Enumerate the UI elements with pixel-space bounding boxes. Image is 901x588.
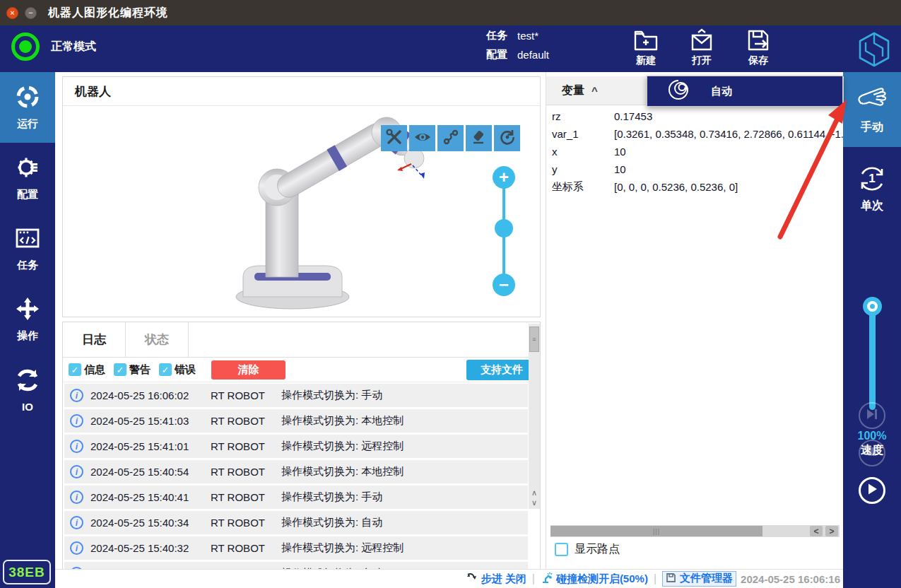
variable-row[interactable]: x 10 xyxy=(546,143,844,160)
scroll-down-icon[interactable]: ∨ xyxy=(529,498,540,507)
status-badge: 38EB xyxy=(3,560,51,584)
variables-title: 变量 xyxy=(562,83,584,98)
log-timestamp: 2024-05-25 15:40:41 xyxy=(90,491,211,503)
visibility-button[interactable] xyxy=(409,125,435,151)
save-button[interactable]: 保存 xyxy=(736,28,781,67)
checkbox-checked-icon: ✓ xyxy=(114,363,126,376)
scroll-right-icon[interactable]: > xyxy=(825,526,838,536)
clear-log-button[interactable]: 清除 xyxy=(211,360,285,380)
move-arrows-icon xyxy=(15,296,40,324)
left-sidebar: 运行 配置 任务 操作 IO 38EB xyxy=(0,72,55,588)
file-manager-button[interactable]: 文件管理器 xyxy=(662,571,736,587)
log-filter-checkbox[interactable]: ✓ 警告 xyxy=(114,363,151,377)
log-filter-checkbox[interactable]: ✓ 信息 xyxy=(69,363,105,377)
sidebar-item-operate[interactable]: 操作 xyxy=(0,284,55,355)
status-bar: 步进 关闭 | 碰撞检测开启(50%) | 文件管理器 2024-05-25 1… xyxy=(55,569,843,588)
variable-row[interactable]: var_1 [0.3261, 0.35348, 0.73416, 2.72866… xyxy=(546,125,844,143)
zoom-out-button[interactable]: − xyxy=(493,274,515,296)
sidebar-item-task[interactable]: 任务 xyxy=(0,213,55,284)
mode-label: 正常模式 xyxy=(51,40,96,54)
info-icon: i xyxy=(70,414,83,428)
step-mode-toggle[interactable]: 步进 关闭 xyxy=(466,572,526,586)
speed-slider-track[interactable] xyxy=(869,304,876,410)
run-icon xyxy=(15,84,40,112)
robot-3d-view[interactable]: + − xyxy=(63,106,540,317)
zoom-in-button[interactable]: + xyxy=(493,166,515,189)
status-timestamp: 2024-05-25 16:06:16 xyxy=(741,573,840,585)
zoom-slider-knob[interactable] xyxy=(495,219,513,237)
log-row[interactable]: i 2024-05-25 15:40:41 RT ROBOT 操作模式切换为: … xyxy=(64,486,528,509)
stop-button[interactable] xyxy=(859,440,885,466)
log-row[interactable]: i 2024-05-25 15:41:01 RT ROBOT 操作模式切换为: … xyxy=(64,435,528,458)
new-file-icon xyxy=(623,28,669,52)
open-button[interactable]: 打开 xyxy=(679,28,724,67)
mode-status-icon xyxy=(11,33,40,61)
scroll-left-icon[interactable]: < xyxy=(810,526,823,536)
variable-value: 0.17453 xyxy=(614,110,844,122)
sidebar-item-io[interactable]: IO xyxy=(0,355,55,425)
header-bar: 正常模式 任务 test* 配置 default 新建 打开 保存 xyxy=(0,25,901,72)
play-button[interactable] xyxy=(859,477,885,504)
log-filters: ✓ 信息 ✓ 警告 ✓ 错误 xyxy=(69,363,204,377)
close-icon[interactable]: × xyxy=(6,7,18,19)
variable-name: var_1 xyxy=(546,128,614,140)
sidebar-item-run[interactable]: 运行 xyxy=(0,72,55,143)
erase-button[interactable] xyxy=(466,125,492,151)
path-icon xyxy=(442,129,459,148)
log-message: 操作模式切换为: 自动 xyxy=(281,516,528,529)
collision-detect-toggle[interactable]: 碰撞检测开启(50%) xyxy=(541,572,648,586)
variable-row[interactable]: rz 0.17453 xyxy=(546,107,844,125)
robot-panel: 机器人 xyxy=(62,76,541,317)
info-icon: i xyxy=(70,465,83,478)
log-row[interactable]: i 2024-05-25 15:40:34 RT ROBOT 操作模式切换为: … xyxy=(64,511,528,534)
log-row[interactable]: i 2024-05-25 15:40:32 RT ROBOT 操作模式切换为: … xyxy=(64,536,528,560)
zoom-control: + − xyxy=(493,166,515,293)
log-source: RT ROBOT xyxy=(211,440,281,452)
single-cycle-button[interactable]: 1 单次 xyxy=(843,158,901,218)
log-timestamp: 2024-05-25 15:41:01 xyxy=(90,440,211,452)
manual-mode-button[interactable]: 手动 xyxy=(843,72,901,147)
right-sidebar: 手动 1 单次 100% 速度 xyxy=(843,72,901,588)
step-arrow-icon xyxy=(466,572,478,585)
variable-row[interactable]: y 10 xyxy=(546,160,844,178)
log-row[interactable]: i 2024-05-25 15:40:30 RT ROBOT 操作模式切换为: … xyxy=(64,562,528,569)
step-forward-button[interactable] xyxy=(859,402,885,429)
save-icon xyxy=(736,28,781,52)
log-source: RT ROBOT xyxy=(211,466,281,478)
variables-panel: 变量 ^ rz 0.17453 var_1 [0.3261, 0.35348, … xyxy=(546,72,843,569)
tab-log[interactable]: 日志 xyxy=(63,322,126,357)
tools-button[interactable] xyxy=(381,125,407,151)
reset-view-button[interactable] xyxy=(494,125,520,151)
variable-row[interactable]: 坐标系 [0, 0, 0, 0.5236, 0.5236, 0] xyxy=(546,178,844,196)
log-timestamp: 2024-05-25 16:06:02 xyxy=(90,389,211,401)
show-waypoints-checkbox[interactable]: 显示路点 xyxy=(555,542,620,557)
new-button[interactable]: 新建 xyxy=(623,28,669,67)
minimize-icon[interactable]: − xyxy=(25,7,37,19)
path-button[interactable] xyxy=(437,125,464,151)
mode-dropdown-item-auto[interactable]: 自动 xyxy=(647,76,843,107)
support-files-button[interactable]: 支持文件 xyxy=(466,360,537,380)
variable-value: 10 xyxy=(614,163,844,175)
log-timestamp: 2024-05-25 15:41:03 xyxy=(90,415,211,427)
variables-hscrollbar[interactable]: ||| < > xyxy=(550,525,840,537)
log-row[interactable]: i 2024-05-25 16:06:02 RT ROBOT 操作模式切换为: … xyxy=(64,384,528,407)
code-window-icon xyxy=(15,225,40,254)
log-message: 操作模式切换为: 本地控制 xyxy=(281,414,528,428)
log-source: RT ROBOT xyxy=(211,389,281,401)
variables-hscrollbar-thumb[interactable]: ||| xyxy=(550,526,762,536)
log-panel: 日志 状态 ✓ 信息 ✓ 警告 xyxy=(62,322,541,570)
log-scrollbar[interactable]: ≡ ∧ ∨ xyxy=(529,324,540,509)
log-scrollbar-thumb[interactable]: ≡ xyxy=(529,327,539,352)
sidebar-item-config[interactable]: 配置 xyxy=(0,143,55,213)
log-row[interactable]: i 2024-05-25 15:40:54 RT ROBOT 操作模式切换为: … xyxy=(64,460,528,483)
variable-value: [0.3261, 0.35348, 0.73416, 2.72866, 0.61… xyxy=(614,128,844,140)
speed-slider-knob[interactable] xyxy=(863,297,882,316)
log-message: 操作模式切换为: 手动 xyxy=(281,389,528,402)
log-filter-checkbox[interactable]: ✓ 错误 xyxy=(159,363,196,377)
log-row[interactable]: i 2024-05-25 15:41:03 RT ROBOT 操作模式切换为: … xyxy=(64,409,528,433)
scroll-up-icon[interactable]: ∧ xyxy=(529,488,540,498)
log-source: RT ROBOT xyxy=(211,517,281,529)
reset-rotate-icon xyxy=(499,129,516,148)
tab-status[interactable]: 状态 xyxy=(126,322,189,357)
log-timestamp: 2024-05-25 15:40:34 xyxy=(90,517,211,529)
